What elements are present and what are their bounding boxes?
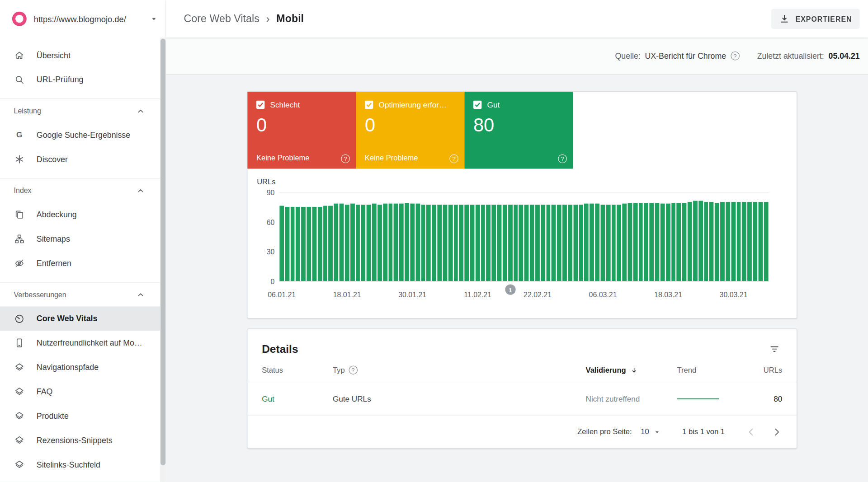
export-button[interactable]: EXPORTIEREN [771, 9, 860, 29]
chart-bar[interactable] [562, 205, 567, 281]
sidebar-section-enhancements[interactable]: Verbesserungen [0, 282, 166, 306]
chart-bar[interactable] [421, 205, 425, 281]
chart-bar[interactable] [323, 206, 328, 281]
chart-bar[interactable] [388, 204, 393, 281]
column-type[interactable]: Typ ? [333, 365, 586, 374]
chart-bar[interactable] [535, 205, 540, 281]
chart-bar[interactable] [764, 202, 768, 281]
chart-bar[interactable] [514, 205, 518, 281]
sidebar-item-overview[interactable]: Übersicht [0, 43, 166, 68]
chart-bar[interactable] [432, 205, 436, 281]
chart-bar[interactable] [415, 204, 420, 281]
chart-bar[interactable] [753, 202, 757, 281]
table-row[interactable]: Gut Gute URLs Nicht zutreffend 80 [247, 382, 797, 415]
sidebar-item-sitelinks[interactable]: Sitelinks-Suchfeld [0, 453, 166, 477]
chart-bar[interactable] [688, 202, 692, 281]
chart-bar[interactable] [465, 205, 469, 281]
sidebar-item-removals[interactable]: Entfernen [0, 251, 166, 276]
chart-bar[interactable] [568, 205, 572, 281]
sidebar-item-sitemaps[interactable]: Sitemaps [0, 227, 166, 251]
chart-bar[interactable] [671, 203, 676, 281]
chart-bar[interactable] [530, 205, 534, 281]
chart-bar[interactable] [410, 204, 415, 281]
chart-bar[interactable] [307, 207, 311, 281]
chart-bar[interactable] [595, 204, 599, 281]
chart-bar[interactable] [356, 205, 360, 281]
chart-bar[interactable] [660, 204, 665, 281]
help-icon[interactable]: ? [558, 154, 567, 164]
sidebar-item-breadcrumbs[interactable]: Navigationspfade [0, 355, 166, 379]
chart-bar[interactable] [519, 205, 524, 281]
sidebar-section-index[interactable]: Index [0, 178, 166, 202]
chart-bar[interactable] [492, 205, 496, 281]
chevron-down-icon[interactable] [148, 13, 159, 24]
column-trend[interactable]: Trend [677, 366, 749, 374]
chart-bar[interactable] [693, 201, 698, 281]
chart-bar[interactable] [399, 204, 404, 281]
chart-bar[interactable] [557, 205, 561, 281]
sidebar-item-products[interactable]: Produkte [0, 404, 166, 428]
chart-bar[interactable] [698, 201, 703, 281]
chevron-up-icon[interactable] [135, 105, 146, 116]
rows-per-page-select[interactable]: 10 [641, 427, 662, 437]
chart-bar[interactable] [476, 205, 480, 281]
sidebar-section-performance[interactable]: Leistung [0, 98, 166, 123]
tile-good[interactable]: Gut 80 ? [464, 92, 573, 168]
chart-bar[interactable] [584, 204, 589, 281]
chart-bar[interactable] [312, 207, 317, 281]
chart-bar[interactable] [758, 202, 763, 281]
tile-poor[interactable]: Schlecht 0 Keine Probleme ? [247, 92, 356, 168]
checkbox-checked-icon[interactable] [256, 100, 264, 108]
chart-bar[interactable] [361, 205, 366, 281]
chart-bar[interactable] [318, 207, 322, 281]
chart-bar[interactable] [546, 205, 551, 281]
chart-bar[interactable] [437, 205, 442, 281]
chart-bar[interactable] [682, 203, 687, 281]
checkbox-checked-icon[interactable] [473, 100, 481, 108]
chart-bar[interactable] [552, 205, 556, 281]
column-status[interactable]: Status [262, 366, 333, 374]
sidebar-item-url-inspection[interactable]: URL-Prüfung [0, 67, 166, 92]
chart-bar[interactable] [486, 205, 491, 281]
sidebar-item-discover[interactable]: Discover [0, 147, 166, 172]
chart-bar[interactable] [623, 204, 627, 281]
chevron-up-icon[interactable] [135, 185, 146, 196]
chart-annotation-marker[interactable]: 1 [505, 284, 515, 295]
column-urls[interactable]: URLs [749, 366, 782, 374]
chart-bar[interactable] [405, 203, 409, 281]
chart-bar[interactable] [731, 202, 736, 281]
chart-bar[interactable] [715, 203, 719, 281]
sidebar-scrollbar[interactable] [160, 37, 166, 482]
chart-bar[interactable] [524, 205, 529, 281]
chart-bar[interactable] [726, 202, 730, 281]
sidebar-item-search-results[interactable]: G Google Suche-Ergebnisse [0, 123, 166, 147]
chart-bar[interactable] [655, 203, 660, 281]
chart-bar[interactable] [600, 205, 605, 281]
chart-bar[interactable] [677, 203, 681, 281]
chart-bar[interactable] [279, 206, 284, 281]
chart-bar[interactable] [573, 205, 578, 281]
chart-bar[interactable] [666, 204, 670, 281]
chart-bar[interactable] [644, 203, 649, 281]
column-validation[interactable]: Validierung [586, 366, 677, 374]
chart-bar[interactable] [720, 202, 725, 281]
chart-bar[interactable] [372, 204, 377, 281]
sidebar-item-core-web-vitals[interactable]: Core Web Vitals [0, 306, 166, 331]
chart-bar[interactable] [541, 205, 545, 281]
chart-bar[interactable] [448, 205, 453, 281]
chart-bar[interactable] [285, 207, 289, 281]
chart-bar[interactable] [350, 204, 355, 281]
chart-bar[interactable] [329, 206, 333, 281]
chart-bar[interactable] [345, 205, 349, 281]
filter-button[interactable] [767, 342, 782, 357]
sidebar-item-coverage[interactable]: Abdeckung [0, 202, 166, 227]
chart-bar[interactable] [340, 204, 344, 281]
chart-bar[interactable] [394, 204, 398, 281]
chart-bar[interactable] [747, 202, 752, 281]
chart-bar[interactable] [443, 205, 447, 281]
chart-bar[interactable] [628, 203, 632, 281]
chart-bar[interactable] [704, 202, 708, 281]
chart-bar[interactable] [426, 205, 431, 281]
chart-bar[interactable] [590, 204, 594, 281]
sidebar-item-review-snippets[interactable]: Rezensions-Snippets [0, 428, 166, 453]
